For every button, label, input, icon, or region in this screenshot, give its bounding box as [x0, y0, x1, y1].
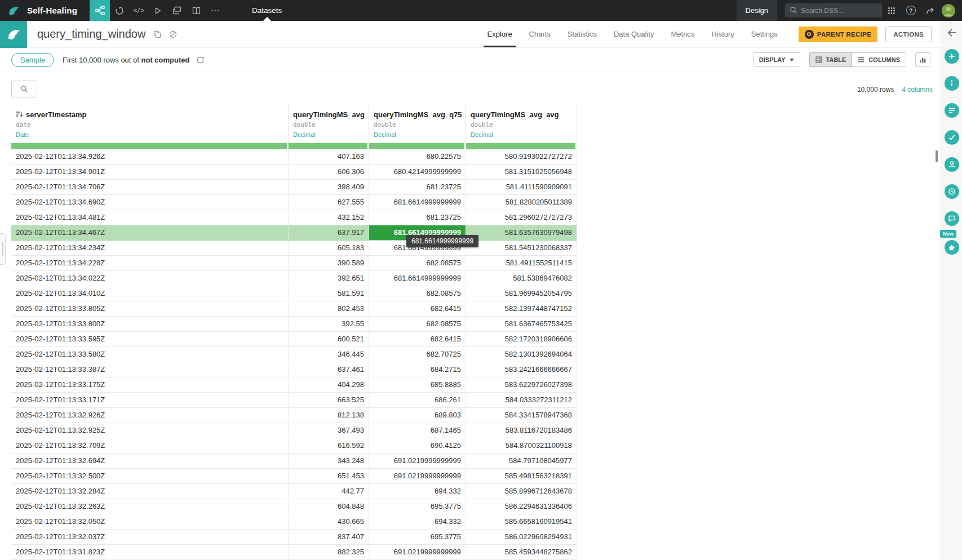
cell[interactable]: 882.325 — [289, 545, 369, 560]
jobs-icon[interactable] — [148, 0, 167, 21]
plugins-icon[interactable] — [945, 240, 959, 255]
cell[interactable]: 442.77 — [289, 484, 369, 499]
table-row[interactable]: 2025-02-12T01:13:34.234Z605.183681.66149… — [11, 241, 578, 256]
column-meaning-link[interactable]: Decimal — [289, 131, 369, 141]
cell[interactable]: 680.4214999999999 — [369, 165, 466, 180]
cell[interactable]: 2025-02-12T01:13:33.580Z — [11, 347, 289, 362]
cell[interactable]: 582.1720318906606 — [466, 332, 577, 347]
wiki-icon[interactable] — [187, 0, 206, 21]
cell[interactable]: 582.1301392694064 — [466, 347, 577, 362]
table-row[interactable]: 2025-02-12T01:13:32.694Z343.248691.02199… — [11, 454, 578, 469]
cell[interactable]: 390.589 — [289, 256, 369, 271]
cell[interactable]: 343.248 — [289, 454, 369, 469]
cell[interactable]: 581.6367465753425 — [466, 317, 577, 332]
discussions-icon[interactable] — [945, 211, 959, 226]
cell[interactable]: 2025-02-12T01:13:34.467Z — [11, 225, 289, 241]
table-row[interactable]: 2025-02-12T01:13:33.171Z663.525686.26158… — [11, 393, 578, 408]
table-row[interactable]: 2025-02-12T01:13:32.263Z604.848695.37755… — [11, 499, 578, 514]
schema-icon[interactable] — [945, 103, 959, 118]
cell[interactable]: 616.592 — [289, 438, 369, 454]
cell[interactable]: 2025-02-12T01:13:31.823Z — [11, 545, 289, 560]
cell[interactable]: 581.591 — [289, 286, 369, 301]
column-header-queryTimingMS_avg[interactable]: queryTimingMS_avgdoubleDecimal — [289, 103, 369, 149]
cell[interactable]: 637.461 — [289, 362, 369, 377]
left-panel-handle[interactable] — [0, 233, 6, 265]
table-row[interactable]: 2025-02-12T01:13:33.580Z346.445682.70725… — [11, 347, 578, 362]
cell[interactable]: 585.4593448275862 — [466, 545, 577, 560]
cell[interactable]: 651.453 — [289, 469, 369, 484]
cell[interactable]: 837.407 — [289, 530, 369, 545]
cell[interactable]: 583.2421666666667 — [466, 362, 577, 377]
cell[interactable]: 581.53869476082 — [466, 271, 577, 286]
add-icon[interactable] — [945, 49, 959, 64]
quick-chart-button[interactable] — [915, 52, 930, 67]
cell[interactable]: 604.848 — [289, 499, 369, 514]
cell[interactable]: 681.6614999999999681.6614999999999 — [369, 225, 466, 241]
cell[interactable]: 581.5451230068337 — [466, 241, 577, 256]
cell[interactable]: 687.1465 — [369, 423, 466, 438]
table-row[interactable]: 2025-02-12T01:13:34.481Z432.152681.23725… — [11, 210, 578, 225]
share-icon[interactable] — [920, 0, 939, 21]
cell[interactable]: 695.3775 — [369, 530, 466, 545]
cell[interactable]: 682.08575 — [369, 256, 466, 271]
cell[interactable]: 682.08575 — [369, 317, 466, 332]
cell[interactable]: 2025-02-12T01:13:32.263Z — [11, 499, 289, 514]
column-meaning-link[interactable]: Decimal — [369, 131, 466, 141]
cell[interactable]: 690.4125 — [369, 438, 466, 454]
cell[interactable]: 581.2960272727273 — [466, 210, 577, 225]
cell[interactable]: 685.8885 — [369, 377, 466, 393]
cell[interactable]: 2025-02-12T01:13:32.694Z — [11, 454, 289, 469]
cell[interactable]: 812.138 — [289, 408, 369, 423]
columns-view-button[interactable]: COLUMNS — [852, 52, 906, 67]
cell[interactable]: 686.261 — [369, 393, 466, 408]
cell[interactable]: 605.183 — [289, 241, 369, 256]
table-row[interactable]: 2025-02-12T01:13:34.010Z581.591682.08575… — [11, 286, 578, 301]
cell[interactable]: 2025-02-12T01:13:32.926Z — [11, 408, 289, 423]
table-row[interactable]: 2025-02-12T01:13:31.823Z882.325691.02199… — [11, 545, 578, 560]
cell[interactable]: 2025-02-12T01:13:32.284Z — [11, 484, 289, 499]
cell[interactable]: 681.23725 — [369, 180, 466, 195]
columns-count-link[interactable]: 4 columns — [902, 86, 933, 94]
cell[interactable]: 694.332 — [369, 484, 466, 499]
cell[interactable]: 689.803 — [369, 408, 466, 423]
cell[interactable]: 398.409 — [289, 180, 369, 195]
tab-metrics[interactable]: Metrics — [662, 21, 703, 47]
cell[interactable]: 681.23725 — [369, 210, 466, 225]
cell[interactable]: 682.08575 — [369, 286, 466, 301]
cell[interactable]: 2025-02-12T01:13:33.171Z — [11, 393, 289, 408]
cell[interactable]: 691.0219999999999 — [369, 545, 466, 560]
cell[interactable]: 404.298 — [289, 377, 369, 393]
cell[interactable]: 583.6229726027398 — [466, 377, 577, 393]
column-meaning-link[interactable]: Decimal — [466, 131, 577, 141]
history-icon[interactable] — [945, 184, 959, 199]
parent-recipe-button[interactable]: ⚙ PARENT RECIPE — [799, 26, 877, 42]
table-row[interactable]: 2025-02-12T01:13:34.467Z637.917681.66149… — [11, 225, 578, 241]
details-icon[interactable] — [945, 76, 959, 91]
cell[interactable]: 606.306 — [289, 165, 369, 180]
copy-icon[interactable] — [153, 30, 161, 38]
cell[interactable]: 581.9699452054795 — [466, 286, 577, 301]
cell[interactable]: 2025-02-12T01:13:33.800Z — [11, 317, 289, 332]
cell[interactable]: 580.9193022727272 — [466, 149, 577, 165]
status-circle-icon[interactable] — [169, 30, 177, 38]
help-icon[interactable]: ? — [901, 0, 920, 21]
cell[interactable]: 392.55 — [289, 317, 369, 332]
tab-charts[interactable]: Charts — [521, 21, 559, 47]
cell[interactable]: 2025-02-12T01:13:32.500Z — [11, 469, 289, 484]
cell[interactable]: 691.0219999999999 — [369, 454, 466, 469]
column-header-queryTimingMS_avg_q75[interactable]: queryTimingMS_avg_q75doubleDecimal — [369, 103, 466, 149]
cell[interactable]: 2025-02-12T01:13:32.925Z — [11, 423, 289, 438]
cell[interactable]: 586.2294631336406 — [466, 499, 577, 514]
nav-section-datasets[interactable]: Datasets — [249, 0, 285, 21]
cell[interactable]: 627.555 — [289, 195, 369, 210]
cell[interactable]: 681.6614999999999 — [369, 195, 466, 210]
cell[interactable]: 802.453 — [289, 301, 369, 317]
project-name[interactable]: Self-Healing — [27, 6, 77, 15]
tab-history[interactable]: History — [703, 21, 742, 47]
table-row[interactable]: 2025-02-12T01:13:33.805Z802.453682.64155… — [11, 301, 578, 317]
cell[interactable]: 680.22575 — [369, 149, 466, 165]
cell[interactable]: 583.8116720183486 — [466, 423, 577, 438]
cell[interactable]: 407.163 — [289, 149, 369, 165]
vertical-scrollbar[interactable] — [936, 150, 938, 162]
dashboards-icon[interactable] — [167, 0, 187, 21]
